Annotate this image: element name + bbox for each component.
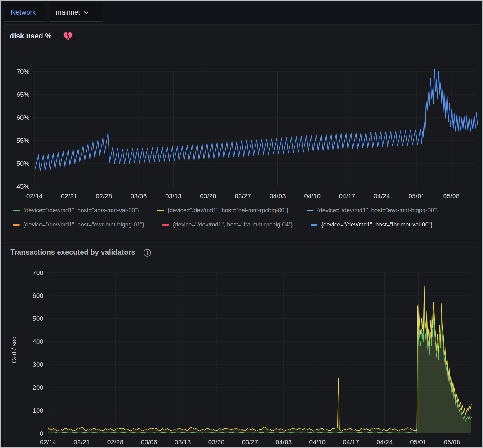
legend-item-fra-mnt-rpcbig-04[interactable]: {device="/dev/md1", host="fra-mnt-rpcbig… [162,217,293,232]
axis-tick-label: 02/21 [73,438,90,446]
axis-tick-label: 02/28 [96,192,112,199]
axis-tick-label: 03/06 [131,192,147,199]
axis-tick-label: 65% [16,91,29,98]
axis-tick-label: 04/10 [309,438,326,446]
axis-tick-label: 04/17 [339,192,355,199]
axis-tick-label: 04/03 [269,192,286,199]
axis-tick-label: 0 [40,430,43,437]
gridlines [32,71,476,186]
axis-tick-label: 05/01 [408,192,425,199]
axis-tick-label: 700 [33,269,43,276]
axis-tick-label: 03/27 [242,438,258,446]
legend-label: {device="/dev/md1", host="lhr-mnt-val-00… [321,221,432,228]
variable-value-text: mainnet [56,8,80,16]
legend-label: {device="/dev/md1", host="ewr-mnt-bigpg-… [23,221,144,228]
axis-tick-label: 70% [16,68,29,75]
axis-tick-label: 04/24 [374,192,390,199]
panel-transactions: Transactions executed by validators Cert… [4,246,480,448]
variable-label-text: Network [11,8,36,16]
axis-tick-label: 04/24 [376,438,393,446]
axis-tick-label: 03/06 [141,438,157,446]
legend-swatch [13,210,20,211]
gridlines [44,272,471,433]
series-fill-validators-yellow [48,286,471,433]
series-fill-validators-green [48,305,471,433]
legend-swatch [307,210,313,211]
axis-tick-label: 200 [33,384,43,391]
legend-item-del-mnt-rpcbig-00[interactable]: {device="/dev/md1", host="del-mnt-rpcbig… [157,203,288,217]
axis-tick-label: 600 [33,292,43,299]
variable-network-label[interactable]: Network [4,3,46,22]
legend-swatch [162,224,169,226]
axis-tick-label: 400 [33,338,43,345]
panel-disk-used: disk used % 70%65%60%55%50%45%02/1402/21… [4,24,480,245]
dashboard-toolbar: Network mainnet [1,1,482,24]
info-icon[interactable] [143,249,151,257]
panel-title[interactable]: disk used % [10,32,51,40]
legend-label: {device="/dev/md1", host="ewr-mnt-bigpg-… [317,207,438,214]
axis-tick-label: 500 [33,315,43,322]
panel-transactions-header: Transactions executed by validators [10,248,151,257]
legend-label: {device="/dev/md1", host="fra-mnt-rpcbig… [173,221,293,228]
axis-tick-label: 300 [33,361,43,368]
grafana-dashboard: { "toolbar": { "variable_label": "Networ… [0,0,483,448]
legend-item-ewr-mnt-bigpg-00[interactable]: {device="/dev/md1", host="ewr-mnt-bigpg-… [307,203,438,217]
panel-title[interactable]: Transactions executed by validators [10,248,135,257]
axis-tick-label: 05/08 [444,438,460,446]
axis-tick-label: 50% [16,160,29,167]
axis-tick-label: 04/10 [304,192,321,199]
legend-item-ewr-mnt-bigpg-01[interactable]: {device="/dev/md1", host="ewr-mnt-bigpg-… [13,217,144,232]
axis-tick-label: 03/13 [165,192,182,199]
legend-label: {device="/dev/md1", host="ams-mnt-val-00… [23,207,139,214]
axis-tick-label: 05/08 [443,192,460,199]
axis-tick-label: 02/21 [61,192,78,199]
chevron-down-icon [84,11,89,15]
legend-swatch [13,224,20,226]
variable-network-value-dropdown[interactable]: mainnet [49,3,103,22]
axis-tick-label: 03/13 [175,438,191,446]
axis-tick-label: 100 [33,407,43,414]
axis-tick-label: 02/14 [40,438,56,446]
broken-heart-icon [63,32,73,41]
axis-tick-label: 45% [16,183,29,190]
axis-tick-label: 03/20 [208,438,225,446]
panel-disk-used-header: disk used % [10,31,73,41]
series-lhr-mnt-val-00 [35,69,477,171]
axis-tick-label: 03/20 [200,192,216,199]
series-validators-yellow [48,286,471,431]
legend-swatch [157,210,164,211]
axis-tick-label: 02/14 [26,192,43,199]
axis-tick-label: 04/03 [276,438,292,446]
axis-tick-label: 55% [16,137,29,144]
series-validators-green [48,305,471,433]
legend-item-ams-mnt-val-00[interactable]: {device="/dev/md1", host="ams-mnt-val-00… [13,203,139,217]
disk-used-legend: {device="/dev/md1", host="ams-mnt-val-00… [13,203,476,232]
legend-label: {device="/dev/md1", host="del-mnt-rpcbig… [167,207,288,214]
legend-swatch [311,224,317,226]
transactions-chart[interactable]: 700600500400300200100002/1402/2102/2803/… [5,247,480,448]
axis-tick-label: 04/17 [343,438,359,446]
axis-tick-label: 60% [16,114,29,121]
axis-tick-label: 05/01 [410,438,427,446]
legend-item-lhr-mnt-val-00[interactable]: {device="/dev/md1", host="lhr-mnt-val-00… [311,217,432,232]
axis-tick-label: 03/27 [235,192,251,199]
axis-tick-label: 02/28 [107,438,124,446]
